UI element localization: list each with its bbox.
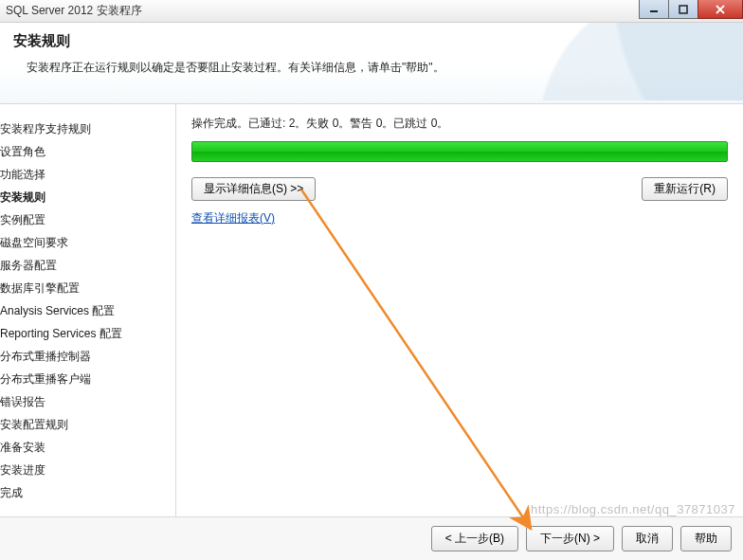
sidebar-item[interactable]: 服务器配置: [0, 254, 170, 277]
maximize-icon: [679, 5, 688, 14]
next-button[interactable]: 下一步(N) >: [526, 526, 614, 551]
sidebar: 安装程序支持规则设置角色功能选择安装规则实例配置磁盘空间要求服务器配置数据库引擎…: [0, 104, 175, 516]
sidebar-item[interactable]: 分布式重播客户端: [0, 368, 170, 390]
maximize-button[interactable]: [668, 0, 698, 19]
sidebar-item[interactable]: 安装程序支持规则: [0, 117, 170, 140]
show-details-button[interactable]: 显示详细信息(S) >>: [191, 177, 316, 201]
sidebar-item[interactable]: 错误报告: [0, 390, 170, 413]
window-controls: [640, 0, 743, 19]
rerun-button[interactable]: 重新运行(R): [642, 177, 728, 201]
page-subtitle: 安装程序正在运行规则以确定是否要阻止安装过程。有关详细信息，请单击"帮助"。: [13, 60, 730, 76]
sidebar-item[interactable]: 分布式重播控制器: [0, 345, 170, 368]
minimize-icon: [649, 5, 659, 14]
body-area: 安装程序支持规则设置角色功能选择安装规则实例配置磁盘空间要求服务器配置数据库引擎…: [0, 104, 743, 516]
detail-button-row: 显示详细信息(S) >> 重新运行(R): [191, 177, 728, 201]
sidebar-item[interactable]: 准备安装: [0, 436, 170, 459]
svg-rect-1: [680, 6, 687, 13]
sidebar-item[interactable]: 磁盘空间要求: [0, 231, 170, 254]
status-text: 操作完成。已通过: 2。失败 0。警告 0。已跳过 0。: [191, 116, 728, 132]
minimize-button[interactable]: [639, 0, 669, 19]
page-header: 安装规则 安装程序正在运行规则以确定是否要阻止安装过程。有关详细信息，请单击"帮…: [0, 23, 743, 104]
help-button[interactable]: 帮助: [680, 526, 732, 551]
sidebar-item[interactable]: 设置角色: [0, 140, 170, 163]
back-button[interactable]: < 上一步(B): [431, 526, 518, 551]
close-button[interactable]: [698, 0, 743, 19]
cancel-button[interactable]: 取消: [622, 526, 673, 551]
page-title: 安装规则: [13, 32, 730, 50]
close-icon: [715, 5, 726, 14]
content-area: 操作完成。已通过: 2。失败 0。警告 0。已跳过 0。 显示详细信息(S) >…: [175, 104, 743, 516]
view-report-link[interactable]: 查看详细报表(V): [191, 211, 275, 225]
sidebar-item[interactable]: 实例配置: [0, 208, 170, 231]
sidebar-item[interactable]: Analysis Services 配置: [0, 299, 170, 322]
window-title: SQL Server 2012 安装程序: [6, 3, 142, 19]
sidebar-item[interactable]: Reporting Services 配置: [0, 322, 170, 345]
sidebar-item[interactable]: 安装规则: [0, 186, 170, 208]
titlebar: SQL Server 2012 安装程序: [0, 0, 743, 23]
sidebar-item[interactable]: 安装进度: [0, 459, 170, 481]
sidebar-item[interactable]: 数据库引擎配置: [0, 277, 170, 299]
progress-bar: [191, 141, 728, 162]
footer: < 上一步(B) 下一步(N) > 取消 帮助: [0, 516, 743, 560]
sidebar-item[interactable]: 安装配置规则: [0, 413, 170, 436]
sidebar-item[interactable]: 功能选择: [0, 163, 170, 186]
sidebar-item[interactable]: 完成: [0, 481, 170, 504]
